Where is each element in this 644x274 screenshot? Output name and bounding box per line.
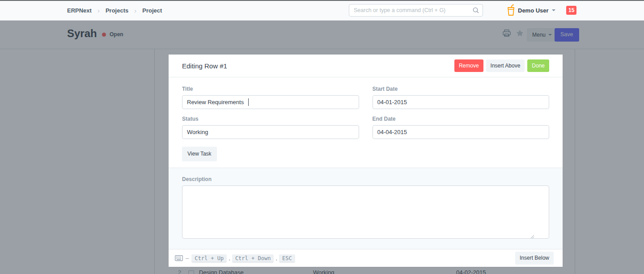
breadcrumb-home[interactable]: ERPNext (67, 7, 92, 14)
user-menu[interactable]: Demo User (518, 0, 555, 21)
shortcut-ctrl-down: Ctrl + Down (232, 254, 274, 262)
insert-below-button[interactable]: Insert Below (515, 252, 554, 265)
breadcrumb: ERPNext › Projects › Project (67, 0, 162, 21)
resize-grip-icon[interactable] (530, 235, 534, 239)
remove-button[interactable]: Remove (454, 59, 483, 72)
start-date-field: Start Date (373, 86, 550, 109)
insert-above-button[interactable]: Insert Above (486, 59, 525, 72)
text-cursor (248, 98, 249, 106)
end-date-input[interactable] (373, 125, 550, 139)
shortcut-ctrl-up: Ctrl + Up (191, 254, 227, 262)
description-textarea[interactable] (182, 185, 549, 239)
breadcrumb-projects[interactable]: Projects (106, 7, 128, 14)
title-field: Title (182, 86, 359, 109)
row-editor-panel: Editing Row #1 Remove Insert Above Done … (169, 55, 563, 267)
notification-count-badge[interactable]: 15 (566, 6, 576, 15)
editor-title: Editing Row #1 (176, 62, 227, 70)
breadcrumb-separator-icon: › (97, 7, 100, 14)
user-name: Demo User (518, 7, 549, 14)
status-field: Status (182, 116, 359, 139)
start-date-label: Start Date (373, 86, 550, 92)
shortcut-separator: , (229, 255, 230, 261)
done-button[interactable]: Done (527, 59, 549, 72)
keyboard-shortcuts: – Ctrl + Up , Ctrl + Down , ESC (175, 254, 295, 262)
top-navbar: ERPNext › Projects › Project Demo User 1… (0, 0, 644, 21)
search-icon (473, 7, 479, 13)
shortcut-esc: ESC (279, 254, 295, 262)
juice-cup-icon[interactable] (507, 4, 516, 16)
end-date-label: End Date (373, 116, 550, 122)
title-label: Title (182, 86, 359, 92)
breadcrumb-separator-icon: › (134, 7, 136, 14)
caret-down-icon (552, 9, 555, 11)
keyboard-icon (175, 255, 183, 261)
description-label: Description (182, 176, 549, 182)
shortcut-separator: , (275, 255, 277, 261)
status-input[interactable] (182, 125, 359, 139)
start-date-input[interactable] (373, 95, 550, 109)
breadcrumb-project[interactable]: Project (142, 7, 162, 14)
description-section: Description (169, 168, 563, 249)
view-task-button[interactable]: View Task (182, 147, 217, 161)
end-date-field: End Date (373, 116, 550, 139)
global-search-input[interactable] (349, 4, 483, 17)
shortcuts-prefix: – (186, 255, 189, 261)
title-input[interactable] (182, 95, 359, 109)
status-label: Status (182, 116, 359, 122)
